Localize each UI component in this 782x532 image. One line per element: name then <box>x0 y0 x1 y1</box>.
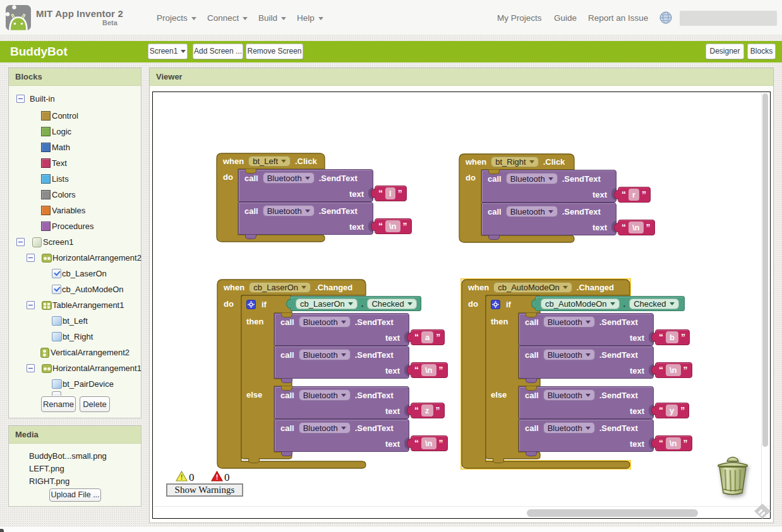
tree-item-horizontalarrangement1[interactable]: HorizontalArrangement1 <box>27 360 141 376</box>
show-warnings-button[interactable]: Show Warnings <box>166 483 243 497</box>
media-file[interactable]: LEFT.png <box>29 464 64 473</box>
link-report-an-issue[interactable]: Report an Issue <box>588 13 648 23</box>
designer-tab-button[interactable]: Designer <box>706 44 744 59</box>
collapse-icon[interactable] <box>16 95 25 103</box>
text-value[interactable]: l <box>385 187 395 199</box>
tree-item-cb-automodeon[interactable]: cb_AutoModeOn <box>52 281 124 297</box>
text-value[interactable]: r <box>629 189 639 201</box>
component-dropdown[interactable]: bt_Left <box>248 156 291 167</box>
trash-icon[interactable] <box>716 455 750 497</box>
text-value[interactable]: \n <box>666 364 681 376</box>
text-value[interactable]: y <box>666 405 678 417</box>
text-value[interactable]: \n <box>629 222 644 233</box>
mutator-gear-icon[interactable] <box>491 300 500 309</box>
text-value[interactable]: \n <box>421 364 436 376</box>
tree-item-tablearrangement1[interactable]: TableArrangement1 <box>27 297 124 313</box>
component-dropdown[interactable]: Bluetooth <box>263 172 315 184</box>
block-text-string[interactable]: “\n” <box>655 435 692 451</box>
block-text-string[interactable]: “y” <box>655 403 689 418</box>
text-value[interactable]: \n <box>421 437 436 449</box>
menu-connect[interactable]: Connect <box>207 13 248 23</box>
block-call-sendtext[interactable]: call Bluetooth .SendText text <box>274 419 409 452</box>
block-when-cb-automodeon-changed-selected[interactable]: when cb_AutoModeOn .Changed do if cb_Aut… <box>462 280 702 469</box>
block-call-sendtext[interactable]: call Bluetooth .SendText text <box>519 419 654 452</box>
component-dropdown[interactable]: Bluetooth <box>299 389 351 401</box>
component-dropdown[interactable]: Bluetooth <box>543 422 595 434</box>
tree-item-bt-right[interactable]: bt_Right <box>52 329 93 345</box>
menu-build[interactable]: Build <box>258 13 286 23</box>
mutator-gear-icon[interactable] <box>246 300 256 309</box>
block-call-sendtext[interactable]: call Bluetooth .SendText text <box>519 346 654 379</box>
tree-item-bt-left[interactable]: bt_Left <box>52 313 88 329</box>
block-call-sendtext[interactable]: call Bluetooth .SendText text <box>481 203 617 235</box>
text-value[interactable]: \n <box>666 437 681 449</box>
block-text-string[interactable]: “\n” <box>655 362 692 378</box>
tree-item-bt-pairdevice[interactable]: bt_PairDevice <box>52 376 114 392</box>
tree-item-cb-laseron[interactable]: cb_LaserOn <box>52 266 107 281</box>
collapse-icon[interactable] <box>16 238 25 246</box>
link-guide[interactable]: Guide <box>554 13 577 23</box>
tree-item-text[interactable]: Text <box>41 155 67 171</box>
vertical-scrollbar[interactable] <box>762 93 768 447</box>
tree-item-lists[interactable]: Lists <box>41 171 69 187</box>
block-text-string[interactable]: “l” <box>375 186 407 201</box>
block-text-string[interactable]: “\n” <box>411 362 448 378</box>
text-value[interactable]: \n <box>385 220 400 232</box>
remove-screen-button[interactable]: Remove Screen <box>246 44 303 59</box>
block-call-sendtext[interactable]: call Bluetooth .SendText text <box>274 313 409 346</box>
property-dropdown[interactable]: Checked <box>629 299 678 309</box>
link-my-projects[interactable]: My Projects <box>497 13 542 23</box>
block-call-sendtext[interactable]: call Bluetooth .SendText text <box>519 386 654 419</box>
component-dropdown[interactable]: Bluetooth <box>543 316 595 328</box>
tree-item-math[interactable]: Math <box>41 139 70 155</box>
component-dropdown[interactable]: cb_AutoModeOn <box>493 282 572 293</box>
media-file[interactable]: BuddyBot...small.png <box>29 451 107 461</box>
text-value[interactable]: b <box>666 331 678 343</box>
block-text-string[interactable]: “\n” <box>375 218 412 234</box>
component-dropdown[interactable]: Bluetooth <box>299 316 351 328</box>
component-dropdown[interactable]: bt_Right <box>491 157 538 167</box>
block-call-sendtext[interactable]: call Bluetooth .SendText text <box>481 170 617 203</box>
menu-projects[interactable]: Projects <box>157 13 196 23</box>
block-call-sendtext[interactable]: call Bluetooth .SendText text <box>238 169 373 202</box>
component-dropdown[interactable]: cb_LaserOn <box>296 299 358 309</box>
block-when-bt-left-click[interactable]: when bt_Left .Click do call Bluetooth .S… <box>217 153 419 242</box>
blocks-canvas[interactable]: ! 0 ! 0 Show Warnings <box>152 92 771 519</box>
tree-item-logic[interactable]: Logic <box>41 124 71 139</box>
tree-item-variables[interactable]: Variables <box>41 203 85 218</box>
text-value[interactable]: z <box>421 405 433 417</box>
menu-help[interactable]: Help <box>297 13 323 23</box>
block-call-sendtext[interactable]: call Bluetooth .SendText text <box>274 346 409 379</box>
collapse-icon[interactable] <box>27 301 35 309</box>
property-dropdown[interactable]: Checked <box>367 299 416 309</box>
component-dropdown[interactable]: Bluetooth <box>506 206 558 217</box>
component-dropdown[interactable]: Bluetooth <box>543 349 595 360</box>
collapse-icon[interactable] <box>27 364 35 372</box>
component-dropdown[interactable]: Bluetooth <box>299 422 351 434</box>
tree-item-colors[interactable]: Colors <box>41 187 76 203</box>
block-text-string[interactable]: “a” <box>411 329 445 345</box>
block-text-string[interactable]: “r” <box>618 187 651 203</box>
block-getter-checked[interactable]: cb_AutoModeOn . Checked <box>535 296 685 311</box>
block-text-string[interactable]: “\n” <box>411 435 448 451</box>
tree-item-screen1[interactable]: Screen1 <box>16 234 73 250</box>
block-text-string[interactable]: “z” <box>411 403 445 418</box>
tree-item-verticalarrangement2[interactable]: VerticalArrangement2 <box>40 345 129 360</box>
component-dropdown[interactable]: Bluetooth <box>263 205 315 216</box>
add-screen-button[interactable]: Add Screen ... <box>193 44 243 59</box>
block-when-cb-laseron-changed[interactable]: when cb_LaserOn .Changed do if cb_LaserO… <box>217 280 432 469</box>
block-call-sendtext[interactable]: call Bluetooth .SendText text <box>238 202 373 235</box>
block-text-string[interactable]: “b” <box>655 329 690 345</box>
block-text-string[interactable]: “\n” <box>618 220 655 235</box>
component-dropdown[interactable]: cb_LaserOn <box>249 282 311 293</box>
rename-button[interactable]: Rename <box>41 396 76 412</box>
text-value[interactable]: a <box>421 331 433 343</box>
media-file[interactable]: RIGHT.png <box>29 476 69 486</box>
upload-file-button[interactable]: Upload File ... <box>49 488 101 502</box>
language-globe-icon[interactable] <box>659 11 672 24</box>
tree-item-control[interactable]: Control <box>41 108 78 124</box>
block-call-sendtext[interactable]: call Bluetooth .SendText text <box>274 386 409 419</box>
blocks-tab-button[interactable]: Blocks <box>747 44 776 59</box>
component-dropdown[interactable]: cb_AutoModeOn <box>541 299 620 309</box>
delete-button[interactable]: Delete <box>80 396 110 412</box>
